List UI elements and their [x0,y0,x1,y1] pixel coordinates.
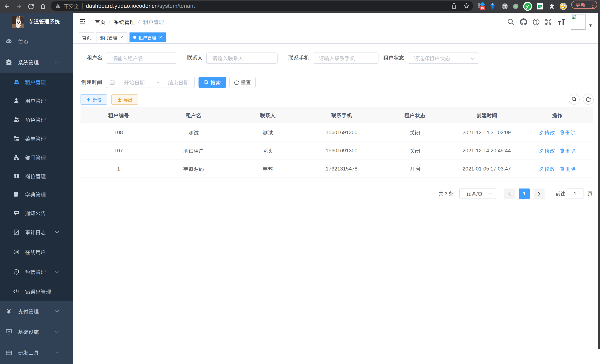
svg-text:10: 10 [480,6,484,10]
